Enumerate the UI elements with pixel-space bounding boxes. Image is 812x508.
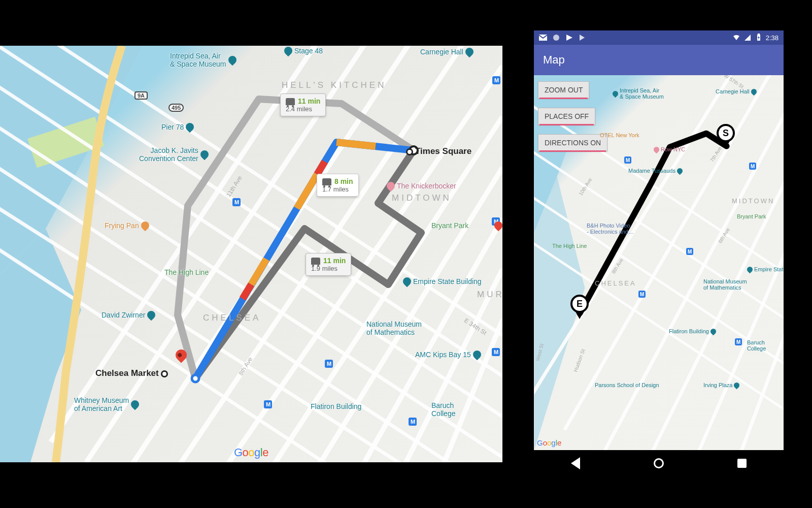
svg-marker-0 bbox=[0, 46, 142, 274]
origin-circle-icon bbox=[406, 148, 413, 155]
plandmark-icon bbox=[746, 265, 754, 273]
ppoi-rownyc[interactable]: Row NYC bbox=[654, 146, 685, 152]
svg-point-42 bbox=[553, 35, 559, 41]
start-marker[interactable]: S bbox=[717, 124, 735, 142]
zoom-out-button[interactable]: ZOOM OUT bbox=[538, 81, 589, 99]
ppoi-bh[interactable]: B&H Photo Video - Electronics and… bbox=[587, 223, 634, 235]
wifi-icon bbox=[732, 34, 740, 42]
phone-map-view[interactable]: ZOOM OUT PLACES OFF DIRECTIONS ON S E In… bbox=[534, 75, 784, 450]
svg-text:M: M bbox=[494, 77, 499, 83]
end-marker-bubble: E bbox=[570, 295, 589, 313]
phall-icon bbox=[750, 87, 758, 96]
places-off-button[interactable]: PLACES OFF bbox=[538, 108, 595, 125]
poi-fryingpan[interactable]: Frying Pan bbox=[105, 221, 149, 230]
ppoi-baruch[interactable]: Baruch College bbox=[747, 339, 766, 352]
nbhd-murr: MURR bbox=[477, 290, 502, 300]
phone-mockup: 2:38 Map bbox=[534, 30, 784, 477]
museum2-icon bbox=[129, 399, 141, 410]
destination-label[interactable]: Chelsea Market bbox=[95, 368, 170, 378]
stage: M M M M M M M HELL'S KITCHEN MIDTOWN CHE… bbox=[0, 0, 812, 508]
app-bar: Map bbox=[534, 45, 784, 75]
hall-icon bbox=[464, 46, 476, 58]
poi-javits[interactable]: Jacob K. Javits Convention Center bbox=[139, 146, 209, 163]
nav-bar bbox=[534, 450, 784, 477]
poi-whitney[interactable]: Whitney Museum of American Art bbox=[74, 396, 139, 412]
google-logo: Google bbox=[234, 446, 268, 459]
svg-text:M: M bbox=[327, 361, 331, 367]
ppoi-otel[interactable]: OTEL New York bbox=[600, 132, 639, 138]
phone-google-logo: Google bbox=[537, 438, 561, 447]
poi-carnegie[interactable]: Carnegie Hall bbox=[420, 48, 473, 56]
signal-icon bbox=[743, 34, 752, 42]
svg-text:M: M bbox=[234, 199, 239, 205]
ppoi-empire[interactable]: Empire Stat bbox=[747, 266, 783, 272]
pvenue-icon bbox=[733, 381, 741, 389]
battery-icon bbox=[755, 34, 763, 42]
poi-stage48[interactable]: Stage 48 bbox=[284, 47, 323, 55]
pmetro3-icon: M bbox=[686, 248, 693, 255]
svg-text:M: M bbox=[626, 157, 630, 163]
car-icon bbox=[322, 178, 331, 185]
ppoi-tussauds[interactable]: Madame Tussauds bbox=[628, 168, 683, 174]
pmetro-icon: M bbox=[624, 156, 631, 164]
origin-label[interactable]: Times Square bbox=[406, 146, 471, 156]
ppoi-highline[interactable]: The High Line bbox=[552, 243, 587, 249]
ppoi-natmuseum[interactable]: National Museum of Mathematics bbox=[703, 278, 747, 291]
poi-empire[interactable]: Empire State Building bbox=[403, 277, 482, 285]
poi-amc[interactable]: AMC Kips Bay 15 bbox=[415, 351, 481, 359]
landmark-icon bbox=[401, 276, 413, 288]
status-bar: 2:38 bbox=[534, 30, 784, 45]
nav-home-icon[interactable] bbox=[654, 458, 664, 468]
poi-knickerbocker[interactable]: The Knickerbocker bbox=[387, 182, 456, 190]
shield-495: 495 bbox=[168, 104, 184, 112]
directions-on-button[interactable]: DIRECTIONS ON bbox=[538, 134, 607, 151]
poi-davidzwirner[interactable]: David Zwirner bbox=[101, 311, 155, 319]
pmuseum-icon bbox=[612, 89, 620, 98]
ppoi-bryant[interactable]: Bryant Park bbox=[737, 213, 766, 219]
poi-bryant[interactable]: Bryant Park bbox=[431, 221, 468, 230]
end-marker[interactable]: E bbox=[570, 295, 589, 313]
poi-natmuseum[interactable]: National Museum of Mathematics bbox=[366, 320, 422, 336]
cinema-icon bbox=[471, 349, 483, 361]
car-icon bbox=[286, 98, 295, 105]
museum-icon bbox=[226, 54, 238, 66]
pmetro2-icon: M bbox=[638, 291, 646, 298]
route-callout-alt1[interactable]: 11 min 2.4 miles bbox=[280, 93, 326, 116]
ppoi-flatiron[interactable]: Flatiron Building bbox=[669, 328, 716, 334]
phone-map-svg bbox=[534, 75, 784, 450]
poi-baruch[interactable]: Baruch College bbox=[431, 401, 455, 418]
hotel-icon bbox=[385, 180, 397, 192]
route-callout-main[interactable]: 8 min 1.7 miles bbox=[317, 174, 359, 197]
ppoi-carnegie[interactable]: Carnegie Hall bbox=[716, 88, 757, 94]
svg-text:M: M bbox=[688, 249, 692, 255]
ppoi-parsons[interactable]: Parsons School of Design bbox=[595, 382, 659, 388]
svg-text:M: M bbox=[736, 339, 740, 345]
plandmark2-icon bbox=[709, 327, 718, 335]
car-icon bbox=[311, 258, 320, 265]
pnbhd-chelsea: CHELSEA bbox=[595, 279, 636, 287]
poi-intrepid[interactable]: Intrepid Sea, Air & Space Museum bbox=[170, 52, 236, 68]
pier-icon bbox=[184, 121, 196, 133]
svg-text:M: M bbox=[494, 349, 498, 355]
ppoi-irving[interactable]: Irving Plaza bbox=[703, 382, 739, 388]
ppoi-intrepid[interactable]: Intrepid Sea, Air & Space Museum bbox=[613, 87, 664, 100]
left-map-panel[interactable]: M M M M M M M HELL'S KITCHEN MIDTOWN CHE… bbox=[0, 46, 502, 462]
nav-back-icon[interactable] bbox=[571, 457, 580, 469]
gallery-icon bbox=[146, 309, 157, 321]
poi-highline[interactable]: The High Line bbox=[164, 268, 209, 276]
nav-recents-icon[interactable] bbox=[737, 459, 747, 468]
nbhd-chelsea: CHELSEA bbox=[203, 313, 261, 323]
poi-pier78[interactable]: Pier 78 bbox=[161, 123, 194, 131]
svg-rect-44 bbox=[758, 34, 760, 35]
poi-flatiron[interactable]: Flatiron Building bbox=[311, 402, 361, 410]
restaurant-icon bbox=[139, 220, 151, 232]
play2-icon bbox=[579, 34, 587, 42]
start-marker-bubble: S bbox=[717, 124, 735, 142]
app-title: Map bbox=[543, 53, 565, 67]
svg-line-20 bbox=[336, 142, 376, 146]
play-icon bbox=[565, 34, 573, 42]
svg-text:M: M bbox=[751, 164, 755, 169]
photel-icon bbox=[653, 145, 661, 153]
convention-icon bbox=[198, 149, 210, 161]
route-callout-alt2[interactable]: 11 min 1.9 miles bbox=[306, 253, 351, 276]
